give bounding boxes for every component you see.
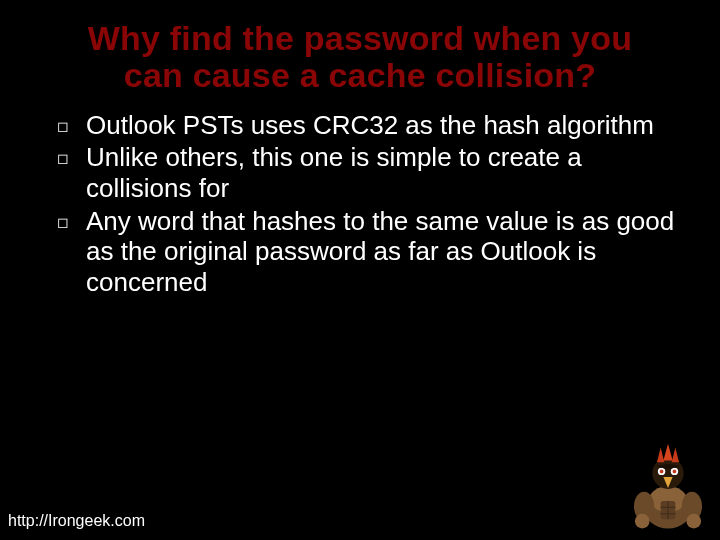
svg-point-14	[673, 470, 677, 474]
mascot-image	[622, 442, 714, 534]
bullet-text: Outlook PSTs uses CRC32 as the hash algo…	[86, 110, 680, 141]
bullet-icon: ◻	[40, 142, 86, 166]
svg-point-4	[635, 514, 650, 529]
bullet-text: Any word that hashes to the same value i…	[86, 206, 680, 298]
bullet-icon: ◻	[40, 110, 86, 134]
list-item: ◻ Unlike others, this one is simple to c…	[40, 142, 680, 203]
slide-title: Why find the password when you can cause…	[0, 0, 720, 105]
bullet-icon: ◻	[40, 206, 86, 230]
svg-point-5	[686, 514, 701, 529]
slide-body: ◻ Outlook PSTs uses CRC32 as the hash al…	[0, 105, 720, 298]
svg-point-13	[660, 470, 664, 474]
bullet-text: Unlike others, this one is simple to cre…	[86, 142, 680, 203]
list-item: ◻ Outlook PSTs uses CRC32 as the hash al…	[40, 110, 680, 141]
footer-url: http://Irongeek.com	[8, 512, 145, 530]
slide: Why find the password when you can cause…	[0, 0, 720, 540]
list-item: ◻ Any word that hashes to the same value…	[40, 206, 680, 298]
